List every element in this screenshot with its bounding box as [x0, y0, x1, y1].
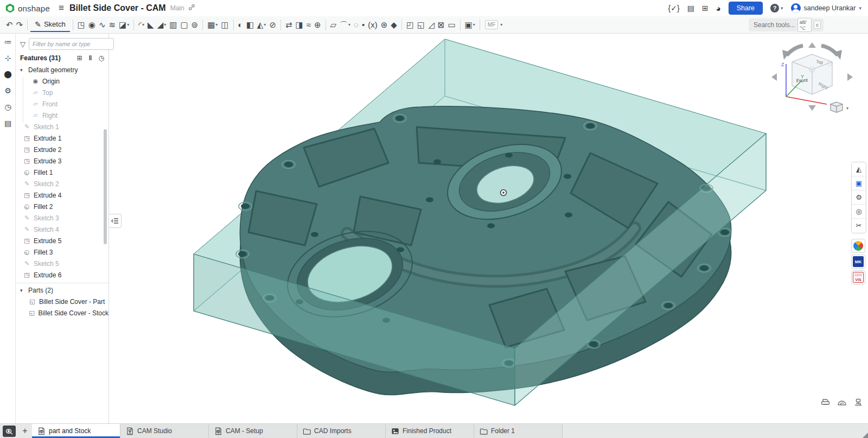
tab-finished-product[interactable]: Finished Product: [386, 424, 474, 438]
cam-machine-icon[interactable]: ⚙: [852, 191, 866, 205]
hole-icon[interactable]: ⊚: [190, 18, 200, 32]
part-row-billet-side-cover-part[interactable]: ◱Billet Side Cover - Part: [16, 296, 108, 307]
feature-row-extrude-1[interactable]: ◳Extrude 1: [16, 132, 108, 144]
tab-manager-icon[interactable]: [3, 426, 16, 437]
help-menu[interactable]: ? ▾: [770, 4, 783, 12]
revolve-icon[interactable]: ◉: [87, 18, 97, 32]
viewport-canvas[interactable]: Top Front Right Z X Y ▾ ◭▣⚙◎✂MKVIS: [109, 34, 868, 423]
feature-script-icon[interactable]: {✓}: [668, 4, 680, 12]
flat-pattern-icon[interactable]: ▭: [446, 18, 457, 32]
comments-icon[interactable]: ⬤: [0, 66, 16, 82]
rotate-ccw-arrow[interactable]: [787, 46, 803, 55]
sheet-corner-icon[interactable]: ⊠: [436, 18, 446, 32]
tag-icon[interactable]: ◆: [389, 18, 399, 32]
feature-row-extrude-4[interactable]: ◳Extrude 4: [16, 189, 108, 201]
printer-icon[interactable]: [821, 398, 830, 408]
resize-grip[interactable]: [863, 433, 868, 438]
split-icon[interactable]: ◧: [245, 18, 256, 32]
view-right-arrow[interactable]: [847, 73, 853, 81]
feature-row-sketch-1[interactable]: ✎Sketch 1: [16, 121, 108, 132]
linear-pattern-icon[interactable]: ▦▾: [206, 18, 219, 32]
feature-row-default-geometry[interactable]: ▾Default geometry: [16, 64, 108, 75]
feature-row-front[interactable]: ▱Front: [16, 98, 108, 110]
replace-face-icon[interactable]: ◨: [294, 18, 305, 32]
rib-icon[interactable]: ▥: [168, 18, 178, 32]
intersect-icon[interactable]: ◭▾: [256, 18, 268, 32]
feature-row-extrude-5[interactable]: ◳Extrude 5: [16, 235, 108, 246]
feature-row-top[interactable]: ▱Top: [16, 87, 108, 98]
thicken-icon[interactable]: ◪▾: [117, 18, 131, 32]
learning-center-icon[interactable]: ◕: [716, 4, 721, 13]
cam-workpiece-icon[interactable]: ◭: [852, 162, 866, 176]
assembly-pattern-icon[interactable]: ⊛: [379, 18, 390, 32]
view-down-arrow[interactable]: [808, 105, 816, 111]
view-up-arrow[interactable]: [808, 42, 816, 48]
onshape-logo[interactable]: onshape: [0, 4, 50, 13]
feature-row-sketch-4[interactable]: ✎Sketch 4: [16, 224, 108, 235]
history-panel-icon[interactable]: ≔: [0, 34, 16, 50]
feature-row-sketch-2[interactable]: ✎Sketch 2: [16, 178, 108, 189]
view-cube-body[interactable]: Top Front Right: [792, 54, 832, 94]
loft-icon[interactable]: ≋: [107, 18, 118, 32]
new-folder-icon[interactable]: ⊞: [76, 54, 82, 62]
move-face-icon[interactable]: ⇄: [284, 18, 294, 32]
helix-icon[interactable]: ◌: [352, 18, 360, 32]
share-button[interactable]: Share: [729, 2, 763, 15]
draft-icon[interactable]: ◢▾: [156, 18, 168, 32]
new-tab-button[interactable]: +: [18, 424, 32, 438]
cam-post-process-icon[interactable]: ✂: [852, 219, 866, 233]
mirror-icon[interactable]: ◫: [219, 18, 230, 32]
chevron-down-icon[interactable]: ▾: [20, 67, 25, 73]
redo-icon[interactable]: ↷: [15, 18, 25, 32]
configurations-icon[interactable]: ⊹: [0, 50, 16, 66]
view-left-arrow[interactable]: [771, 73, 777, 81]
feature-panel-scrollbar[interactable]: [104, 98, 107, 315]
tab-part-and-stock[interactable]: part and Stock: [32, 424, 120, 438]
panel-collapse-handle[interactable]: [109, 214, 122, 228]
bend-icon[interactable]: ◿: [426, 18, 436, 32]
tab-cad-imports[interactable]: CAD Imports: [297, 424, 386, 438]
part-row-billet-side-cover-stock[interactable]: ◱Billet Side Cover - Stock: [16, 307, 108, 319]
point-icon[interactable]: •: [360, 18, 366, 32]
feature-row-extrude-6[interactable]: ◳Extrude 6: [16, 269, 108, 281]
scrollbar-thumb[interactable]: [104, 129, 107, 244]
rotate-cw-arrow[interactable]: [821, 46, 838, 55]
view-options-button[interactable]: ▾: [831, 102, 848, 112]
app-mk-icon[interactable]: MK: [851, 255, 865, 269]
undo-icon[interactable]: ↶: [4, 18, 15, 32]
chamfer-icon[interactable]: ◣: [146, 18, 156, 32]
fillet-icon[interactable]: ◜▾: [137, 18, 146, 32]
feature-row-fillet-3[interactable]: ◵Fillet 3: [16, 246, 108, 258]
chevron-down-icon[interactable]: ▾: [20, 288, 25, 293]
feature-row-extrude-2[interactable]: ◳Extrude 2: [16, 144, 108, 155]
feature-row-origin[interactable]: ◉Origin: [16, 75, 108, 87]
cube-face-top[interactable]: Top: [816, 59, 824, 65]
app-vis-icon[interactable]: VIS: [851, 270, 865, 284]
sketch-button[interactable]: ✎Sketch: [30, 18, 69, 32]
boolean-icon[interactable]: ◐: [237, 18, 245, 32]
plane-icon[interactable]: ▱: [329, 18, 339, 32]
user-menu[interactable]: sandeep Urankar ▾: [791, 3, 861, 13]
flange-icon[interactable]: ◱: [416, 18, 426, 32]
shell-icon[interactable]: ▢: [178, 18, 189, 32]
stopwatch-icon[interactable]: ◷: [99, 54, 104, 62]
feature-row-sketch-3[interactable]: ✎Sketch 3: [16, 212, 108, 224]
variable-icon[interactable]: (x): [366, 18, 379, 32]
release-notes-icon[interactable]: ▤: [687, 4, 694, 12]
document-title[interactable]: Billet Side Cover - CAM: [69, 3, 166, 13]
notes-icon[interactable]: ▤: [0, 115, 16, 131]
curve-icon[interactable]: ⌒▾: [338, 18, 352, 32]
share-link-icon[interactable]: [188, 3, 195, 13]
mf-tool-button[interactable]: MF▾: [485, 20, 502, 29]
cam-tool-library-icon[interactable]: ◎: [852, 205, 866, 219]
toolbar-search-field[interactable]: Search tools...alt/⌥c: [749, 18, 824, 31]
view-cube[interactable]: Top Front Right Z X Y ▾: [766, 38, 858, 115]
feature-row-right[interactable]: ▱Right: [16, 110, 108, 121]
extrude-icon[interactable]: ◳: [76, 18, 87, 32]
main-menu-icon[interactable]: ≡: [59, 3, 64, 14]
feature-row-sketch-5[interactable]: ✎Sketch 5: [16, 258, 108, 269]
tab-folder-1[interactable]: Folder 1: [474, 424, 563, 438]
app-pinwheel-icon[interactable]: [851, 239, 865, 253]
feature-row-fillet-2[interactable]: ◵Fillet 2: [16, 201, 108, 212]
offset-surface-icon[interactable]: ≈: [305, 18, 312, 32]
